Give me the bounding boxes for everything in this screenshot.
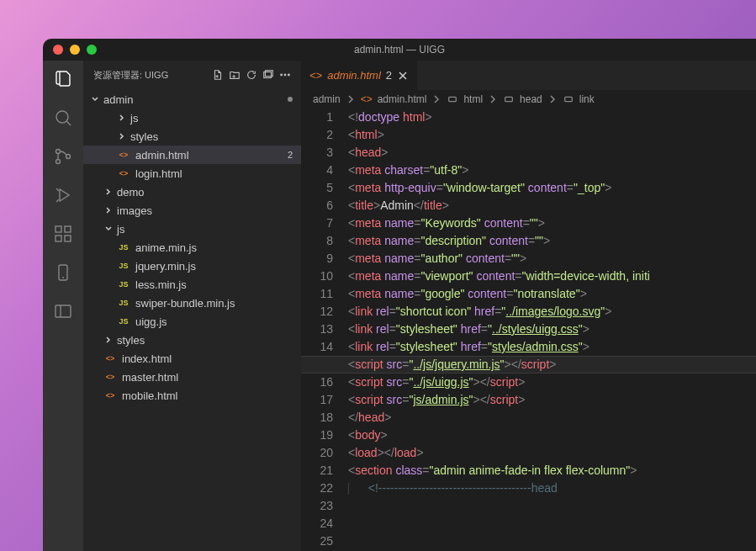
html-icon: <> (309, 69, 322, 82)
file-item[interactable]: JSjquery.min.js (83, 257, 301, 275)
maximize-traffic-icon[interactable] (87, 45, 97, 55)
close-traffic-icon[interactable] (53, 45, 63, 55)
activity-bar (43, 61, 83, 551)
folder-item[interactable]: js (83, 109, 301, 127)
html-icon: <> (103, 370, 117, 384)
svg-rect-4 (56, 226, 61, 232)
file-item[interactable]: <>master.html (83, 368, 301, 386)
js-icon: JS (117, 296, 130, 310)
svg-point-1 (56, 150, 61, 154)
svg-point-0 (56, 111, 68, 123)
sidebar: 资源管理器: UIGG admin jsstyles<>admin.html2<… (83, 61, 301, 551)
tab-admin-html[interactable]: <> admin.html 2 (301, 61, 417, 90)
panel-icon[interactable] (53, 301, 73, 325)
file-item[interactable]: JSuigg.js (83, 312, 301, 331)
tab-bar: <> admin.html 2 (301, 61, 756, 90)
folder-item[interactable]: js (83, 220, 301, 238)
window-title: admin.html — UIGG (354, 44, 445, 56)
svg-rect-7 (65, 226, 71, 232)
element-icon (563, 93, 574, 105)
refresh-icon[interactable] (246, 69, 257, 82)
svg-point-2 (56, 160, 61, 164)
file-item[interactable]: <>mobile.html (83, 386, 301, 405)
svg-rect-15 (449, 97, 457, 101)
svg-rect-5 (56, 236, 61, 241)
folder-root[interactable]: admin (83, 90, 301, 109)
line-numbers: 1234567891011121314151617181920212223242… (301, 109, 348, 551)
js-icon: JS (117, 278, 130, 291)
html-icon: <> (103, 352, 117, 365)
svg-point-12 (281, 74, 283, 76)
js-icon: JS (117, 259, 130, 273)
svg-rect-17 (564, 97, 572, 101)
collapse-icon[interactable] (262, 69, 274, 82)
debug-icon[interactable] (53, 185, 73, 209)
folder-item[interactable]: images (83, 201, 301, 220)
titlebar[interactable]: admin.html — UIGG (43, 39, 756, 61)
code-editor[interactable]: 1234567891011121314151617181920212223242… (301, 109, 756, 551)
more-icon[interactable] (279, 69, 291, 82)
file-item[interactable]: <>login.html (83, 164, 301, 183)
element-icon (447, 93, 458, 105)
svg-rect-6 (65, 236, 71, 241)
device-icon[interactable] (53, 262, 73, 286)
folder-item[interactable]: styles (83, 331, 301, 349)
svg-point-13 (284, 74, 286, 76)
extensions-icon[interactable] (53, 224, 73, 247)
editor-area: <> admin.html 2 admin <>admin.html html … (301, 61, 756, 551)
html-icon: <> (361, 93, 373, 105)
new-file-icon[interactable] (212, 69, 224, 82)
html-icon: <> (117, 148, 130, 162)
search-icon[interactable] (53, 108, 73, 131)
file-item[interactable]: <>index.html (83, 349, 301, 368)
svg-rect-16 (505, 97, 513, 101)
file-item[interactable]: JSanime.min.js (83, 238, 301, 257)
element-icon (503, 93, 515, 105)
file-item[interactable]: JSswiper-bundle.min.js (83, 294, 301, 312)
close-icon[interactable] (397, 70, 409, 82)
explorer-header: 资源管理器: UIGG (83, 61, 301, 90)
js-icon: JS (117, 315, 130, 328)
explorer-icon[interactable] (53, 69, 73, 93)
file-item[interactable]: <>admin.html2 (83, 146, 301, 164)
folder-item[interactable]: styles (83, 127, 301, 146)
html-icon: <> (103, 389, 117, 402)
svg-rect-9 (56, 305, 71, 317)
modified-dot-icon (288, 97, 293, 102)
breadcrumbs[interactable]: admin <>admin.html html head link (301, 90, 756, 109)
svg-point-14 (288, 74, 290, 76)
file-tree: admin jsstyles<>admin.html2<>login.htmld… (83, 90, 301, 551)
new-folder-icon[interactable] (229, 69, 241, 82)
html-icon: <> (117, 167, 130, 180)
vscode-window: admin.html — UIGG 资源管理器: UIGG (43, 39, 756, 551)
js-icon: JS (117, 241, 130, 254)
file-item[interactable]: JSless.min.js (83, 275, 301, 294)
folder-item[interactable]: demo (83, 183, 301, 201)
minimize-traffic-icon[interactable] (70, 45, 80, 55)
svg-point-3 (66, 155, 71, 159)
source-control-icon[interactable] (53, 146, 73, 170)
